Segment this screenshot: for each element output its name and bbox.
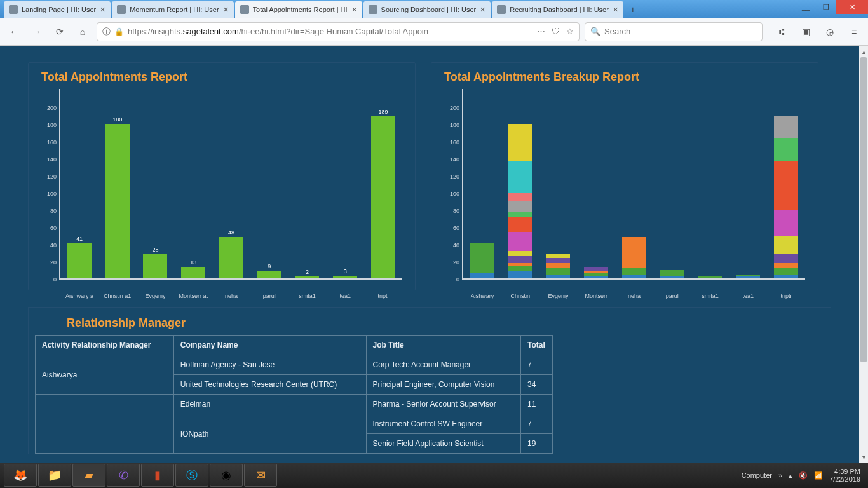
taskbar-chrome-icon[interactable]: ◉	[210, 464, 243, 487]
cell-job: Senior Field Application Scientist	[366, 434, 520, 454]
tab-close-icon[interactable]: ✕	[223, 6, 229, 14]
stacked-bar[interactable]	[541, 254, 576, 278]
y-tick: 40	[453, 242, 459, 248]
bar[interactable]: 9	[252, 263, 287, 278]
search-bar[interactable]: 🔍 Search	[585, 22, 763, 41]
stacked-bar[interactable]	[769, 116, 803, 278]
maximize-button[interactable]: ❐	[816, 0, 836, 14]
taskbar-clock[interactable]: 4:39 PM 7/22/2019	[829, 468, 864, 483]
taskbar-explorer-icon[interactable]: 📁	[38, 464, 71, 487]
stacked-bar[interactable]	[617, 237, 651, 278]
tab-title: Momentum Report | HI: User	[130, 6, 219, 13]
url-bar[interactable]: ⓘ 🔒 https://insights. sagetalent.com /hi…	[97, 22, 580, 41]
vertical-scrollbar[interactable]: ▴ ▾	[859, 46, 868, 463]
minimize-button[interactable]: __	[796, 0, 816, 14]
stacked-bar[interactable]	[731, 275, 765, 278]
browser-tab[interactable]: Recruiting Dashboard | HI: User✕	[492, 1, 623, 18]
stacked-bar[interactable]	[465, 243, 499, 278]
forward-button[interactable]: →	[28, 23, 46, 41]
close-button[interactable]: ✕	[836, 0, 868, 14]
x-tick: smita1	[693, 294, 728, 300]
browser-tab[interactable]: Sourcing Dashboard | HI: User✕	[363, 1, 491, 18]
stacked-bar[interactable]	[693, 276, 728, 278]
tab-title: Sourcing Dashboard | HI: User	[381, 6, 477, 13]
x-tick: parul	[252, 294, 287, 300]
browser-tab[interactable]: Landing Page | HI: User✕	[4, 1, 111, 18]
stacked-bar[interactable]	[503, 124, 538, 278]
info-icon[interactable]: ⓘ	[102, 26, 111, 37]
reload-button[interactable]: ⟳	[51, 23, 69, 41]
tab-title: Landing Page | HI: User	[22, 6, 96, 13]
addon-icon[interactable]: ◶	[821, 23, 839, 41]
clock-date: 7/22/2019	[829, 475, 860, 483]
bar[interactable]: 28	[139, 247, 173, 278]
cell-job: Pharma - Senior Account Supervisor	[366, 395, 520, 414]
chart-panel-total: Total Appointments Report 02040608010012…	[28, 62, 416, 290]
taskbar-powerpoint-icon[interactable]: ▮	[141, 464, 174, 487]
cell-job: Instrument Control SW Engineer	[366, 414, 520, 434]
tab-close-icon[interactable]: ✕	[100, 6, 105, 14]
y-tick: 80	[453, 208, 459, 214]
x-tick: Evgeniy	[541, 294, 576, 300]
relationship-table: Activity Relationship ManagerCompany Nam…	[35, 335, 553, 454]
cell-total: 7	[521, 414, 553, 434]
shield-icon[interactable]: 🛡	[552, 27, 560, 36]
url-text-host: sagetalent.com	[183, 27, 239, 36]
cell-company: IONpath	[173, 414, 366, 454]
tab-close-icon[interactable]: ✕	[480, 6, 485, 14]
search-icon: 🔍	[590, 27, 600, 36]
home-button[interactable]: ⌂	[74, 23, 92, 41]
stacked-bar[interactable]	[655, 270, 689, 278]
taskbar-label[interactable]: Computer	[742, 471, 772, 479]
cell-company: Edelman	[173, 395, 366, 414]
volume-icon[interactable]: 🔇	[799, 471, 808, 480]
chart-title: Total Appointments Report	[41, 71, 402, 84]
new-tab-button[interactable]: +	[625, 1, 641, 18]
favicon-icon	[117, 5, 126, 14]
bar-value-label: 48	[228, 229, 234, 236]
tab-close-icon[interactable]: ✕	[613, 6, 618, 14]
sidebar-icon[interactable]: ▣	[797, 23, 815, 41]
y-tick: 160	[450, 139, 459, 146]
chevron-icon[interactable]: »	[778, 471, 782, 479]
browser-tab[interactable]: Momentum Report | HI: User✕	[112, 1, 233, 18]
table-title: Relationship Manager	[67, 316, 831, 330]
y-tick: 20	[453, 259, 459, 266]
bar-value-label: 9	[268, 263, 271, 269]
bar[interactable]: 3	[328, 268, 362, 278]
y-tick: 180	[450, 122, 459, 128]
bar[interactable]: 189	[366, 109, 400, 278]
bar[interactable]: 41	[62, 236, 97, 278]
y-tick: 140	[47, 156, 57, 163]
bar-value-label: 189	[378, 109, 388, 115]
table-header: Activity Relationship Manager	[36, 336, 174, 355]
bar[interactable]: 13	[176, 259, 210, 278]
y-tick: 120	[450, 173, 459, 180]
bar[interactable]: 180	[100, 116, 135, 278]
browser-tab[interactable]: Total Appointments Report | HI✕	[235, 1, 362, 18]
bar[interactable]: 2	[290, 269, 325, 278]
taskbar-outlook-icon[interactable]: ✉	[244, 464, 277, 487]
bar-value-label: 180	[112, 116, 122, 123]
scroll-down-arrow[interactable]: ▾	[859, 451, 868, 463]
menu-icon[interactable]: ≡	[845, 23, 863, 41]
favicon-icon	[240, 5, 249, 14]
star-icon[interactable]: ☆	[566, 27, 574, 36]
chart-panel-breakup: Total Appointments Breakup Report 020406…	[431, 62, 818, 290]
taskbar-sublime-icon[interactable]: ▰	[72, 464, 105, 487]
tray-up-icon[interactable]: ▴	[789, 471, 792, 480]
stacked-bar[interactable]	[579, 267, 613, 278]
more-icon[interactable]: ⋯	[537, 27, 545, 36]
taskbar-viber-icon[interactable]: ✆	[107, 464, 140, 487]
taskbar-firefox-icon[interactable]: 🦊	[4, 464, 37, 487]
scroll-thumb[interactable]	[860, 57, 867, 362]
tab-close-icon[interactable]: ✕	[351, 6, 357, 14]
taskbar-skype-icon[interactable]: Ⓢ	[175, 464, 208, 487]
library-icon[interactable]: ⑆	[773, 23, 790, 41]
network-icon[interactable]: 📶	[814, 471, 823, 480]
favicon-icon	[9, 5, 18, 14]
bar[interactable]: 48	[214, 229, 248, 278]
cell-manager: Aishwarya	[36, 355, 174, 395]
back-button[interactable]: ←	[5, 23, 23, 41]
scroll-up-arrow[interactable]: ▴	[859, 46, 868, 57]
